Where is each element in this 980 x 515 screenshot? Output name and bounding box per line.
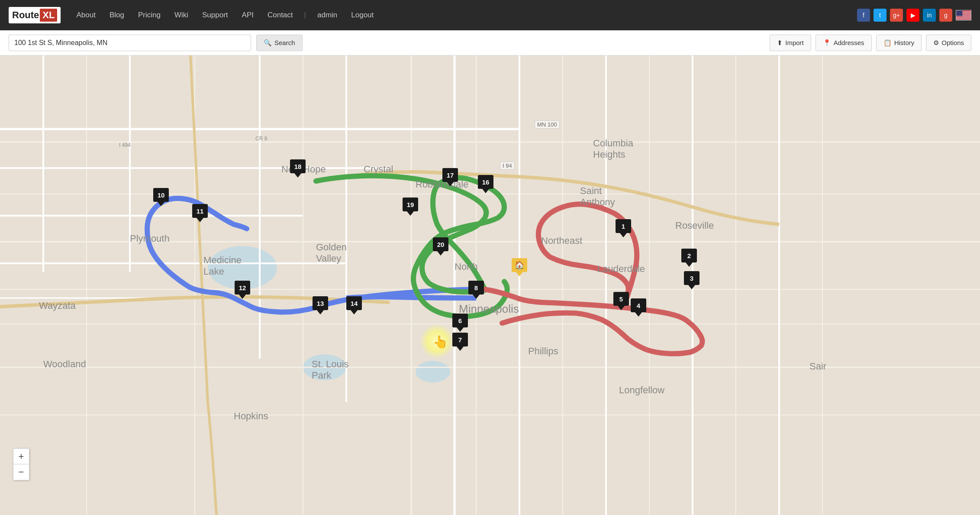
highway-i494: I 494 [119,142,131,148]
marker-1-label: 1 [616,219,631,233]
svg-rect-7 [0,55,980,515]
map-svg [0,55,980,515]
history-label: History [894,39,915,46]
marker-17-label: 17 [442,168,458,182]
marker-19[interactable]: 19 [403,198,418,216]
map-container[interactable]: ColumbiaHeights SaintAnthony Roseville L… [0,55,980,515]
marker-6[interactable]: 6 [452,314,468,332]
nav-contact[interactable]: Contact [265,9,296,21]
marker-18[interactable]: 18 [290,159,306,178]
marker-19-label: 19 [403,198,418,211]
googleplus-icon[interactable]: g+ [890,9,903,22]
nav-support[interactable]: Support [200,9,231,21]
marker-14-label: 14 [346,296,362,310]
marker-11[interactable]: 11 [192,204,208,222]
highway-i94: I 94 [500,162,515,170]
nav-api[interactable]: API [239,9,256,21]
toolbar: 🔍 Search ⬆ Import 📍 Addresses 📋 History … [0,30,980,55]
marker-16[interactable]: 16 [478,175,493,193]
zoom-out-button[interactable]: − [13,464,29,480]
svg-rect-4 [956,18,971,19]
marker-17[interactable]: 17 [442,168,458,186]
linkedin-icon[interactable]: in [923,9,936,22]
marker-7[interactable]: 7 [452,333,468,351]
marker-2-label: 2 [681,249,697,262]
facebook-icon[interactable]: f [857,9,870,22]
pin-icon: 📍 [823,39,831,47]
marker-10[interactable]: 10 [153,188,169,206]
marker-14[interactable]: 14 [346,296,362,314]
marker-10-label: 10 [153,188,169,202]
marker-3-label: 3 [684,271,700,285]
marker-5-label: 5 [613,292,629,306]
nav-logout[interactable]: Logout [348,9,376,21]
search-label: Search [274,39,295,46]
marker-home[interactable]: 🏠 [512,258,527,276]
toolbar-right: ⬆ Import 📍 Addresses 📋 History ⚙ Options [770,35,971,51]
marker-13-label: 13 [313,296,328,310]
svg-point-10 [416,361,450,382]
social-icons: f t g+ ▶ in g [857,9,971,22]
marker-7-label: 7 [452,333,468,347]
marker-4[interactable]: 4 [631,298,646,317]
addresses-button[interactable]: 📍 Addresses [816,35,872,51]
options-label: Options [941,39,964,46]
nav-about[interactable]: About [74,9,98,21]
highway-mn100: MN 100 [535,120,560,129]
marker-13[interactable]: 13 [313,296,328,314]
nav-separator: | [304,11,306,19]
marker-3[interactable]: 3 [684,271,700,289]
options-button[interactable]: ⚙ Options [926,35,971,51]
svg-rect-5 [956,19,971,20]
history-icon: 📋 [883,39,892,47]
addresses-label: Addresses [834,39,864,46]
import-icon: ⬆ [777,39,783,47]
history-button[interactable]: 📋 History [876,35,922,51]
nav-pricing[interactable]: Pricing [135,9,163,21]
import-label: Import [785,39,804,46]
highway-cr8: CR 8 [255,136,267,142]
logo-xl: XL [40,9,57,22]
marker-4-label: 4 [631,298,646,312]
svg-rect-6 [956,10,962,16]
marker-6-label: 6 [452,314,468,327]
google-icon[interactable]: g [939,9,952,22]
marker-18-label: 18 [290,159,306,173]
marker-5[interactable]: 5 [613,292,629,310]
search-button[interactable]: 🔍 Search [256,35,303,51]
header: Route XL About Blog Pricing Wiki Support… [0,0,980,30]
address-input[interactable] [9,35,251,51]
options-icon: ⚙ [933,39,939,47]
nav-blog[interactable]: Blog [107,9,127,21]
import-button[interactable]: ⬆ Import [770,35,811,51]
flag-icon[interactable] [956,10,971,20]
marker-8-label: 8 [468,281,484,295]
marker-1[interactable]: 1 [616,219,631,237]
logo-text: Route [12,10,39,21]
marker-12[interactable]: 12 [235,281,250,299]
logo[interactable]: Route XL [9,7,61,23]
marker-20-label: 20 [433,237,448,251]
marker-2[interactable]: 2 [681,249,697,267]
nav-wiki[interactable]: Wiki [172,9,191,21]
marker-20[interactable]: 20 [433,237,448,256]
marker-11-label: 11 [192,204,208,218]
zoom-in-button[interactable]: + [13,449,29,464]
marker-16-label: 16 [478,175,493,189]
youtube-icon[interactable]: ▶ [906,9,919,22]
twitter-icon[interactable]: t [874,9,887,22]
zoom-controls: + − [13,448,29,480]
nav-admin[interactable]: admin [315,9,340,21]
marker-12-label: 12 [235,281,250,295]
search-icon: 🔍 [264,39,272,47]
marker-home-label: 🏠 [512,258,527,272]
marker-8[interactable]: 8 [468,281,484,299]
